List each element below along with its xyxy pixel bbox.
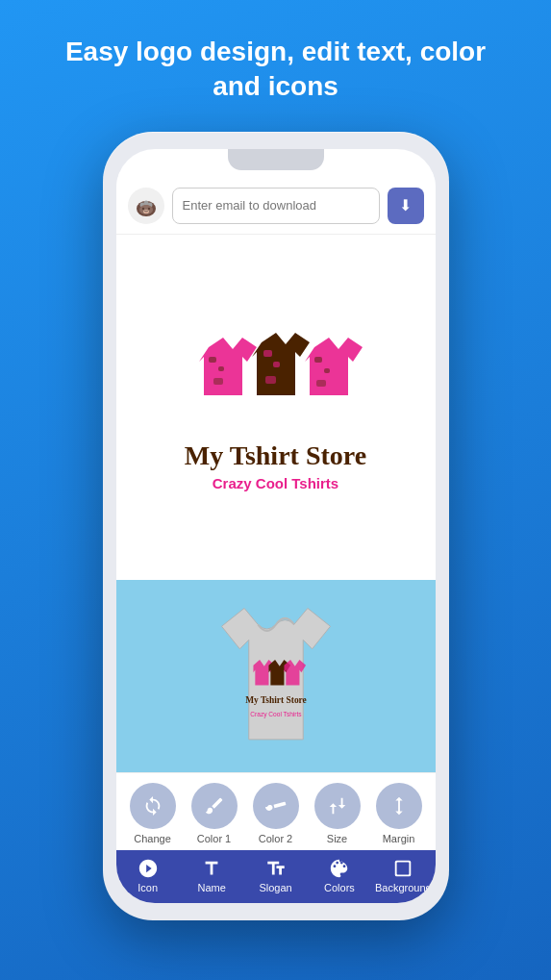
svg-rect-19 xyxy=(324,368,330,373)
toolbar-area: Change Color 1 xyxy=(116,772,436,850)
svg-text:Crazy Cool Tshirts: Crazy Cool Tshirts xyxy=(250,711,302,718)
nav-item-name[interactable]: Name xyxy=(180,858,243,893)
app-logo-icon xyxy=(128,188,164,224)
nav-background-icon xyxy=(392,858,413,879)
phone-frame: ⬇ xyxy=(103,132,449,920)
color1-circle xyxy=(191,783,238,829)
nav-name-icon xyxy=(201,858,222,879)
brand-name: My Tshirt Store xyxy=(185,440,366,471)
svg-rect-15 xyxy=(263,350,272,357)
size-label: Size xyxy=(327,833,347,844)
nav-slogan-icon xyxy=(265,858,287,879)
nav-item-slogan[interactable]: Slogan xyxy=(243,858,307,893)
margin-label: Margin xyxy=(383,833,415,844)
phone-screen: ⬇ xyxy=(116,149,436,903)
svg-rect-13 xyxy=(218,366,224,371)
change-label: Change xyxy=(134,833,171,844)
color1-icon xyxy=(204,795,225,817)
change-icon xyxy=(142,795,163,817)
nav-slogan-label: Slogan xyxy=(259,882,291,893)
svg-rect-16 xyxy=(273,362,280,367)
bottom-nav: Icon Name Slogan Colors xyxy=(116,850,436,903)
color1-label: Color 1 xyxy=(197,833,231,844)
svg-rect-17 xyxy=(265,376,276,384)
svg-point-7 xyxy=(147,208,149,210)
svg-text:My Tshirt Store: My Tshirt Store xyxy=(245,695,307,705)
color2-label: Color 2 xyxy=(259,833,292,844)
margin-circle xyxy=(376,783,422,829)
svg-rect-20 xyxy=(316,380,326,387)
top-bar: ⬇ xyxy=(116,172,436,235)
nav-icon-label: Icon xyxy=(138,882,158,893)
nav-item-icon[interactable]: Icon xyxy=(116,858,180,893)
toolbar-item-change[interactable]: Change xyxy=(124,783,182,844)
size-icon xyxy=(327,795,348,817)
svg-rect-14 xyxy=(213,378,223,385)
nav-colors-icon xyxy=(329,858,350,879)
color2-circle xyxy=(253,783,299,829)
toolbar-item-size[interactable]: Size xyxy=(309,783,366,844)
brand-tagline: Crazy Cool Tshirts xyxy=(213,475,338,491)
tshirt-preview: My Tshirt Store Crazy Cool Tshirts xyxy=(180,599,372,753)
phone-notch xyxy=(228,149,324,170)
svg-point-6 xyxy=(141,208,143,210)
toolbar-items: Change Color 1 xyxy=(124,783,428,844)
toolbar-item-color1[interactable]: Color 1 xyxy=(186,783,243,844)
preview-area: My Tshirt Store Crazy Cool Tshirts xyxy=(116,580,436,772)
nav-icon-icon xyxy=(138,858,159,879)
toolbar-item-color2[interactable]: Color 2 xyxy=(247,783,305,844)
svg-rect-18 xyxy=(314,357,322,363)
color2-icon xyxy=(265,795,287,817)
change-circle xyxy=(130,783,176,829)
svg-point-8 xyxy=(143,210,149,214)
nav-colors-label: Colors xyxy=(324,882,355,893)
svg-point-10 xyxy=(146,211,147,212)
nav-item-colors[interactable]: Colors xyxy=(308,858,371,893)
email-input[interactable] xyxy=(172,188,380,224)
svg-rect-24 xyxy=(397,862,410,874)
size-circle xyxy=(314,783,361,829)
nav-item-background[interactable]: Background xyxy=(371,858,435,893)
page-title: Easy logo design, edit text, color and i… xyxy=(0,35,551,105)
svg-rect-12 xyxy=(209,357,216,363)
toolbar-item-margin[interactable]: Margin xyxy=(370,783,428,844)
svg-point-9 xyxy=(144,211,145,212)
svg-point-11 xyxy=(145,212,147,213)
logo-area: My Tshirt Store Crazy Cool Tshirts xyxy=(116,235,436,580)
svg-point-4 xyxy=(143,200,148,205)
nav-background-label: Background xyxy=(375,882,432,893)
logo-tshirt-graphic xyxy=(180,333,372,429)
nav-name-label: Name xyxy=(197,882,225,893)
margin-icon xyxy=(388,795,410,817)
download-button[interactable]: ⬇ xyxy=(388,188,424,224)
download-icon: ⬇ xyxy=(399,196,412,214)
